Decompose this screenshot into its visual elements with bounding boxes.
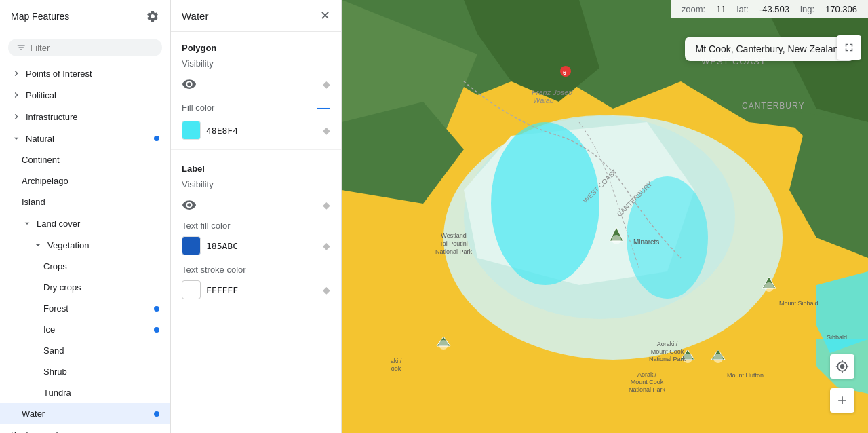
fill-color-row: 48E8F4 ◆ xyxy=(171,118,341,147)
fill-color-hex: 48E8F4 xyxy=(206,126,238,136)
chevron-down-icon xyxy=(22,218,33,229)
sidebar-item-forest[interactable]: Forest xyxy=(0,298,170,319)
text-fill-swatch[interactable] xyxy=(182,236,201,255)
sidebar-item-label: Shrub xyxy=(43,366,67,377)
map-area[interactable]: 6 Franz Josef/ Waiau WEST COAST CANTERBU… xyxy=(342,0,868,433)
sidebar-item-label: Island xyxy=(22,197,45,207)
fill-color-swatch[interactable] xyxy=(182,121,201,140)
text-fill-label: Text fill color xyxy=(182,221,231,231)
sidebar-item-natural[interactable]: Natural xyxy=(0,128,170,149)
svg-point-44 xyxy=(439,340,448,350)
text-fill-color-row: 185ABC ◆ xyxy=(171,233,341,262)
svg-text:6: 6 xyxy=(563,69,566,76)
filter-input[interactable] xyxy=(30,43,154,53)
svg-point-26 xyxy=(612,235,621,244)
chevron-down-icon xyxy=(11,133,22,144)
svg-text:Westland: Westland xyxy=(441,232,466,239)
sidebar-item-label: Points of Interest xyxy=(26,69,92,79)
text-stroke-label: Text stroke color xyxy=(182,265,246,275)
svg-text:Aoraki/: Aoraki/ xyxy=(637,371,657,378)
text-stroke-color-row: FFFFFF ◆ xyxy=(171,278,341,306)
visibility-label-polygon: Visibility xyxy=(171,58,341,71)
chevron-right-icon xyxy=(11,111,22,122)
svg-text:Mount Sibbald: Mount Sibbald xyxy=(779,300,818,307)
text-fill-hex: 185ABC xyxy=(206,241,238,251)
sidebar-item-infrastructure[interactable]: Infrastructure xyxy=(0,106,170,128)
chevron-right-icon xyxy=(11,90,22,100)
tooltip-text: Mt Cook, Canterbury, New Zealand xyxy=(696,43,844,54)
map-coords-bar: zoom: 11 lat: -43.503 lng: 170.306 xyxy=(671,0,868,18)
text-stroke-swatch[interactable] xyxy=(182,280,201,299)
sidebar-item-label: Archipelago xyxy=(22,176,68,186)
sidebar-item-vegetation[interactable]: Vegetation xyxy=(0,234,170,256)
sidebar-item-label: Continent xyxy=(22,155,60,165)
mid-panel-header: Water ✕ xyxy=(171,0,341,32)
sidebar-item-continent[interactable]: Continent xyxy=(0,149,170,170)
svg-text:National Park: National Park xyxy=(629,386,666,393)
filter-bar xyxy=(0,33,170,62)
fullscreen-button[interactable] xyxy=(837,35,861,60)
zoom-in-button[interactable] xyxy=(830,388,854,413)
text-stroke-label-row: Text stroke color xyxy=(171,262,341,278)
sidebar-item-label: Water xyxy=(22,409,45,419)
sidebar-item-points-of-interest[interactable]: Points of Interest xyxy=(0,62,170,84)
sidebar-item-ice[interactable]: Ice xyxy=(0,319,170,340)
sidebar-item-tundra[interactable]: Tundra xyxy=(0,382,170,403)
sidebar: Map Features Points of Interest Politica… xyxy=(0,0,171,433)
natural-dot xyxy=(154,136,159,141)
svg-point-40 xyxy=(713,354,723,363)
location-icon xyxy=(835,360,849,373)
sidebar-item-archipelago[interactable]: Archipelago xyxy=(0,170,170,191)
sidebar-item-label: Vegetation xyxy=(47,240,89,250)
sidebar-header: Map Features xyxy=(0,0,170,33)
chevron-right-icon xyxy=(11,68,22,79)
sidebar-item-island[interactable]: Island xyxy=(0,191,170,212)
svg-text:aki /: aki / xyxy=(391,358,402,364)
fill-color-label: Fill color xyxy=(182,102,214,113)
svg-text:Franz Josef/: Franz Josef/ xyxy=(532,88,573,96)
sidebar-item-label: Ice xyxy=(43,324,55,335)
diamond-icon-label-vis[interactable]: ◆ xyxy=(323,200,330,210)
diamond-icon-polygon-vis[interactable]: ◆ xyxy=(323,79,330,90)
filter-icon xyxy=(16,42,26,53)
fullscreen-icon xyxy=(843,41,855,54)
diamond-icon-fill[interactable]: ◆ xyxy=(323,125,330,136)
sidebar-item-dry-crops[interactable]: Dry crops xyxy=(0,277,170,298)
text-fill-label-row: Text fill color xyxy=(171,218,341,233)
location-button[interactable] xyxy=(830,354,854,379)
label-visibility-row: ◆ xyxy=(171,192,341,218)
sidebar-item-label: Tundra xyxy=(43,388,71,398)
diamond-icon-text-fill[interactable]: ◆ xyxy=(323,240,330,251)
fill-color-minus[interactable]: — xyxy=(317,100,330,115)
sidebar-item-crops[interactable]: Crops xyxy=(0,256,170,277)
svg-text:National Park: National Park xyxy=(649,356,686,362)
eye-icon-polygon[interactable] xyxy=(182,77,197,92)
sidebar-item-land-cover[interactable]: Land cover xyxy=(0,212,170,234)
eye-icon-label[interactable] xyxy=(182,197,197,212)
lat-label: lat: xyxy=(737,4,749,14)
svg-text:Sibbald: Sibbald xyxy=(827,334,847,341)
sidebar-item-label: Crops xyxy=(43,261,67,271)
sidebar-item-label: Background xyxy=(11,430,58,433)
lat-value: -43.503 xyxy=(760,4,789,14)
sidebar-item-shrub[interactable]: Shrub xyxy=(0,361,170,382)
filter-container[interactable] xyxy=(8,39,162,56)
fill-color-label-row: Fill color — xyxy=(171,97,341,118)
zoom-value: 11 xyxy=(716,4,726,14)
gear-icon[interactable] xyxy=(146,10,159,23)
plus-icon xyxy=(835,394,849,407)
svg-text:CANTERBURY: CANTERBURY xyxy=(742,101,804,111)
sidebar-item-political[interactable]: Political xyxy=(0,84,170,106)
sidebar-item-water[interactable]: Water xyxy=(0,403,170,424)
close-button[interactable]: ✕ xyxy=(320,10,330,22)
diamond-icon-text-stroke[interactable]: ◆ xyxy=(323,284,330,295)
lng-label: lng: xyxy=(800,4,814,14)
forest-dot xyxy=(154,306,159,312)
mid-panel-title: Water xyxy=(182,10,208,22)
ice-dot xyxy=(154,327,159,333)
sidebar-item-sand[interactable]: Sand xyxy=(0,340,170,361)
svg-text:Aoraki /: Aoraki / xyxy=(657,341,678,347)
polygon-section-label: Polygon xyxy=(171,32,341,58)
sidebar-item-background[interactable]: Background xyxy=(0,424,170,433)
map-tooltip: Mt Cook, Canterbury, New Zealand xyxy=(685,37,854,61)
